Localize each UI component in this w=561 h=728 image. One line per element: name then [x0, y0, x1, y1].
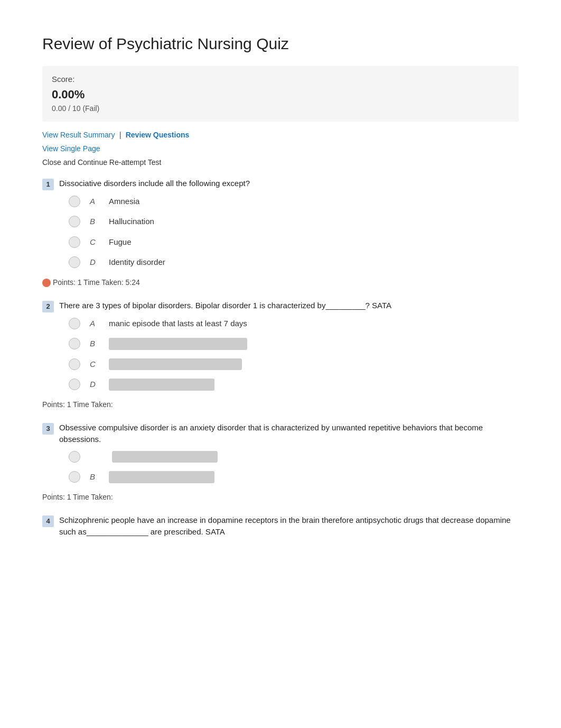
question-text-1: Dissociative disorders include all the f…	[59, 178, 519, 190]
option-row-2-3[interactable]: Cmanic episodes lasts less than 7 days	[69, 358, 519, 371]
close-continue-link[interactable]: Close and Continue Re-attempt Test	[42, 157, 519, 168]
score-label: Score:	[52, 73, 509, 86]
page-title: Review of Psychiatric Nursing Quiz	[42, 32, 519, 56]
option-row-2-1[interactable]: Amanic episode that lasts at least 7 day…	[69, 318, 519, 330]
option-text-1-3: Fugue	[109, 236, 132, 248]
options-list-1: AAmnesiaBHallucinationCFugueDIdentity di…	[69, 196, 519, 269]
points-row-1: Points: 1 Time Taken: 5:24	[42, 277, 519, 288]
option-radio-3-1[interactable]	[69, 451, 80, 463]
question-text-3: Obsessive compulsive disorder is an anxi…	[59, 422, 519, 446]
question-block-4: 4Schizophrenic people have an increase i…	[42, 514, 519, 538]
option-radio-2-2[interactable]	[69, 338, 80, 349]
option-letter-2-2: B	[90, 338, 102, 350]
option-text-3-1: True	[112, 451, 218, 463]
review-questions-link[interactable]: Review Questions	[126, 131, 190, 139]
view-result-summary-link[interactable]: View Result Summary	[42, 131, 115, 139]
view-single-page-link[interactable]: View Single Page	[42, 144, 100, 153]
question-header-1: 1Dissociative disorders include all the …	[42, 178, 519, 190]
option-letter-1-4: D	[90, 256, 102, 269]
option-letter-1-2: B	[90, 216, 102, 228]
option-row-1-3[interactable]: CFugue	[69, 236, 519, 248]
option-letter-2-1: A	[90, 318, 102, 330]
option-text-2-1: manic episode that lasts at least 7 days	[109, 318, 247, 330]
options-list-2: Amanic episode that lasts at least 7 day…	[69, 318, 519, 391]
option-text-1-2: Hallucination	[109, 216, 154, 228]
link-separator: |	[119, 130, 121, 139]
option-text-3-2: False	[109, 471, 214, 483]
option-text-2-2: manic episode that lasts at least 3 days	[109, 338, 247, 350]
option-radio-2-3[interactable]	[69, 358, 80, 370]
option-row-1-1[interactable]: AAmnesia	[69, 196, 519, 208]
option-radio-2-1[interactable]	[69, 318, 80, 329]
option-row-2-2[interactable]: Bmanic episode that lasts at least 3 day…	[69, 338, 519, 350]
option-letter-1-3: C	[90, 236, 102, 248]
questions-container: 1Dissociative disorders include all the …	[42, 178, 519, 538]
score-detail: 0.00 / 10 (Fail)	[52, 103, 509, 114]
option-row-2-4[interactable]: Ddepressive mood disorders	[69, 379, 519, 391]
question-header-3: 3Obsessive compulsive disorder is an anx…	[42, 422, 519, 446]
option-radio-1-1[interactable]	[69, 196, 80, 207]
question-number-4: 4	[42, 515, 54, 527]
question-text-2: There are 3 types of bipolar disorders. …	[59, 300, 519, 312]
option-text-2-4: depressive mood disorders	[109, 379, 214, 391]
question-number-3: 3	[42, 423, 54, 435]
links-row: View Result Summary | Review Questions	[42, 129, 519, 141]
question-number-2: 2	[42, 301, 54, 312]
option-row-3-2[interactable]: BFalse	[69, 471, 519, 483]
option-radio-3-2[interactable]	[69, 471, 80, 483]
points-row-3: Points: 1 Time Taken:	[42, 492, 519, 503]
option-letter-2-4: D	[90, 379, 102, 391]
timer-icon-1	[42, 279, 51, 287]
option-radio-1-4[interactable]	[69, 256, 80, 268]
option-text-2-3: manic episodes lasts less than 7 days	[109, 358, 242, 371]
option-row-3-1[interactable]: True	[69, 451, 519, 463]
option-letter-2-3: C	[90, 358, 102, 371]
points-row-2: Points: 1 Time Taken:	[42, 399, 519, 410]
question-text-4: Schizophrenic people have an increase in…	[59, 514, 519, 538]
view-single-page-row: View Single Page	[42, 143, 519, 155]
question-block-3: 3Obsessive compulsive disorder is an anx…	[42, 422, 519, 503]
question-block-1: 1Dissociative disorders include all the …	[42, 178, 519, 288]
question-header-2: 2There are 3 types of bipolar disorders.…	[42, 300, 519, 312]
option-radio-1-2[interactable]	[69, 216, 80, 227]
option-text-1-4: Identity disorder	[109, 256, 165, 269]
options-list-3: TrueBFalse	[69, 451, 519, 483]
question-block-2: 2There are 3 types of bipolar disorders.…	[42, 300, 519, 410]
option-radio-1-3[interactable]	[69, 236, 80, 248]
score-section: Score: 0.00% 0.00 / 10 (Fail)	[42, 66, 519, 122]
option-letter-1-1: A	[90, 196, 102, 208]
option-row-1-2[interactable]: BHallucination	[69, 216, 519, 228]
option-radio-2-4[interactable]	[69, 379, 80, 390]
option-text-1-1: Amnesia	[109, 196, 139, 208]
score-value: 0.00%	[52, 86, 509, 103]
question-header-4: 4Schizophrenic people have an increase i…	[42, 514, 519, 538]
option-row-1-4[interactable]: DIdentity disorder	[69, 256, 519, 269]
option-letter-3-2: B	[90, 471, 102, 483]
question-number-1: 1	[42, 179, 54, 190]
